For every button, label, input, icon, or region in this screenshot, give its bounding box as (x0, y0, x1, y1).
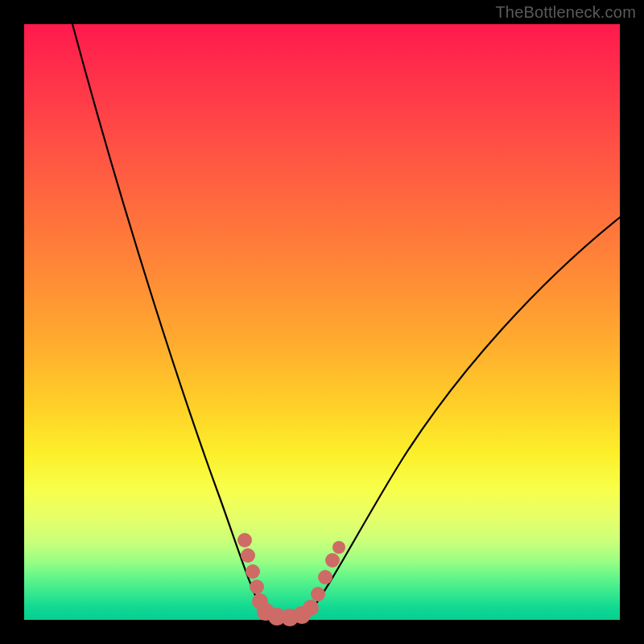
chart-frame: TheBottleneck.com (0, 0, 644, 644)
curve-svg (24, 24, 620, 620)
plot-area (24, 24, 620, 620)
watermark-text: TheBottleneck.com (495, 3, 636, 22)
marker-dot (237, 533, 252, 547)
curve-left-branch (72, 24, 266, 617)
marker-dot (318, 570, 332, 584)
marker-dot (241, 548, 255, 563)
marker-dot (332, 541, 345, 554)
marker-dot (250, 580, 264, 594)
marker-dot (303, 600, 319, 616)
marker-group (237, 533, 345, 626)
marker-dot (325, 553, 340, 568)
marker-dot (311, 587, 325, 601)
marker-dot (246, 564, 260, 579)
curve-right-branch (306, 217, 620, 617)
